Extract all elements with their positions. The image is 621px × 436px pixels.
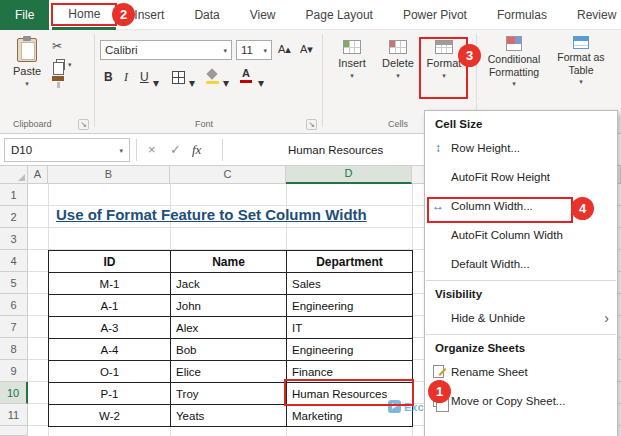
row-headers: 1 2 3 4 5 6 7 8 9 10 11 <box>0 184 28 436</box>
cell-c8[interactable]: Bob <box>171 339 287 361</box>
row-header-6[interactable]: 6 <box>0 294 28 316</box>
table-header-name[interactable]: Name <box>171 251 287 273</box>
cell-c5[interactable]: Jack <box>171 273 287 295</box>
column-width-icon: ↔ <box>425 199 451 213</box>
insert-function-button[interactable]: fx <box>192 134 201 166</box>
fill-color-icon <box>206 70 219 84</box>
font-name-combo[interactable]: Calibri ▾ <box>100 40 232 60</box>
row-header-7[interactable]: 7 <box>0 316 28 338</box>
cell-b7[interactable]: A-3 <box>49 317 171 339</box>
row-header-2[interactable]: 2 <box>0 206 28 228</box>
borders-dropdown-arrow[interactable]: ▾ <box>189 77 195 89</box>
conditional-formatting-button[interactable]: Conditional Formatting ▾ <box>484 36 544 87</box>
select-all-corner[interactable] <box>0 166 28 184</box>
font-size-combo[interactable]: 11 ▾ <box>236 40 272 60</box>
tab-data[interactable]: Data <box>179 0 234 30</box>
cell-d5[interactable]: Sales <box>287 273 413 295</box>
paste-button[interactable]: Paste ▾ <box>6 36 48 110</box>
copy-button[interactable]: ▾ <box>52 56 72 72</box>
cell-b11[interactable]: W-2 <box>49 405 171 427</box>
table-header-id[interactable]: ID <box>49 251 171 273</box>
tab-home[interactable]: Home <box>51 3 117 26</box>
row-header-3[interactable]: 3 <box>0 228 28 250</box>
row-header-stub <box>0 426 28 436</box>
row-header-11[interactable]: 11 <box>0 404 28 426</box>
delete-cells-icon <box>389 40 407 54</box>
cell-d9[interactable]: Finance <box>287 361 413 383</box>
tab-page-layout[interactable]: Page Layout <box>291 0 388 30</box>
menu-item-move-copy-sheet[interactable]: Move or Copy Sheet... <box>425 386 617 415</box>
format-as-table-button[interactable]: Format as Table ▾ <box>549 36 613 85</box>
chevron-down-icon: ▾ <box>25 80 29 87</box>
cell-b5[interactable]: M-1 <box>49 273 171 295</box>
font-color-button[interactable]: A <box>240 68 252 83</box>
cell-b6[interactable]: A-1 <box>49 295 171 317</box>
bold-button[interactable]: B <box>104 70 113 84</box>
format-painter-button[interactable] <box>52 74 64 90</box>
scissors-icon: ✂ <box>52 39 62 53</box>
underline-dropdown-arrow[interactable]: ▾ <box>153 77 159 89</box>
font-size-value: 11 <box>241 44 253 56</box>
row-header-8[interactable]: 8 <box>0 338 28 360</box>
tab-formulas[interactable]: Formulas <box>482 0 562 30</box>
delete-cells-button[interactable]: Delete ▾ <box>376 38 420 102</box>
font-color-swatch <box>240 80 252 83</box>
cell-b9[interactable]: O-1 <box>49 361 171 383</box>
conditional-formatting-icon <box>506 36 522 51</box>
cell-b8[interactable]: A-4 <box>49 339 171 361</box>
cell-d6[interactable]: Engineering <box>287 295 413 317</box>
column-header-a[interactable]: A <box>28 166 48 184</box>
menu-item-autofit-row-height[interactable]: AutoFit Row Height <box>425 162 617 191</box>
row-header-1[interactable]: 1 <box>0 184 28 206</box>
menu-item-default-width[interactable]: Default Width... <box>425 249 617 278</box>
sheet-pencil-icon <box>433 365 444 378</box>
clipboard-dialog-launcher[interactable]: ↘ <box>78 119 89 130</box>
borders-button[interactable] <box>172 71 185 87</box>
cell-c11[interactable]: Yeats <box>171 405 287 427</box>
menu-item-hide-unhide[interactable]: Hide & Unhide › <box>425 303 617 332</box>
formula-input[interactable]: Human Resources <box>288 134 383 166</box>
cell-b10[interactable]: P-1 <box>49 383 171 405</box>
row-header-10[interactable]: 10 <box>0 382 28 404</box>
column-header-c[interactable]: C <box>170 166 286 184</box>
tab-power-pivot[interactable]: Power Pivot <box>388 0 482 30</box>
chevron-down-icon: ▾ <box>442 72 446 79</box>
menu-item-autofit-column-width[interactable]: AutoFit Column Width <box>425 220 617 249</box>
menu-item-rename-sheet[interactable]: Rename Sheet <box>425 357 617 386</box>
font-dialog-launcher[interactable]: ↘ <box>306 119 317 130</box>
cell-c9[interactable]: Elice <box>171 361 287 383</box>
cell-d7[interactable]: IT <box>287 317 413 339</box>
name-box[interactable]: D10 ▾ <box>4 138 130 162</box>
cell-c6[interactable]: John <box>171 295 287 317</box>
cell-c7[interactable]: Alex <box>171 317 287 339</box>
cell-c10[interactable]: Troy <box>171 383 287 405</box>
cut-button[interactable]: ✂ <box>52 38 62 54</box>
row-header-5[interactable]: 5 <box>0 272 28 294</box>
tab-review[interactable]: Review <box>562 0 621 30</box>
table-header-department[interactable]: Department <box>287 251 413 273</box>
enter-button[interactable]: ✓ <box>170 134 181 166</box>
cancel-button[interactable]: × <box>148 134 156 166</box>
tab-file[interactable]: File <box>0 0 49 30</box>
shrink-font-button[interactable]: A▾ <box>300 43 313 56</box>
tab-view[interactable]: View <box>235 0 291 30</box>
cell-d8[interactable]: Engineering <box>287 339 413 361</box>
italic-button[interactable]: I <box>124 70 128 85</box>
underline-button[interactable]: U <box>140 70 149 84</box>
menu-header-organize-sheets: Organize Sheets <box>425 337 617 357</box>
row-height-icon: ↕ <box>425 141 451 155</box>
column-header-d[interactable]: D <box>286 166 412 184</box>
fill-color-button[interactable] <box>206 70 219 87</box>
fill-color-dropdown-arrow[interactable]: ▾ <box>223 77 229 89</box>
insert-cells-icon <box>343 40 361 54</box>
menu-item-label: AutoFit Column Width <box>451 229 563 241</box>
grow-font-button[interactable]: A▴ <box>278 43 291 56</box>
column-header-b[interactable]: B <box>48 166 170 184</box>
chevron-down-icon: ▾ <box>579 78 583 85</box>
row-header-4[interactable]: 4 <box>0 250 28 272</box>
font-color-dropdown-arrow[interactable]: ▾ <box>258 77 264 89</box>
formula-bar-separator <box>136 139 137 161</box>
menu-item-row-height[interactable]: ↕ Row Height... <box>425 133 617 162</box>
row-header-9[interactable]: 9 <box>0 360 28 382</box>
insert-cells-button[interactable]: Insert ▾ <box>330 38 374 102</box>
